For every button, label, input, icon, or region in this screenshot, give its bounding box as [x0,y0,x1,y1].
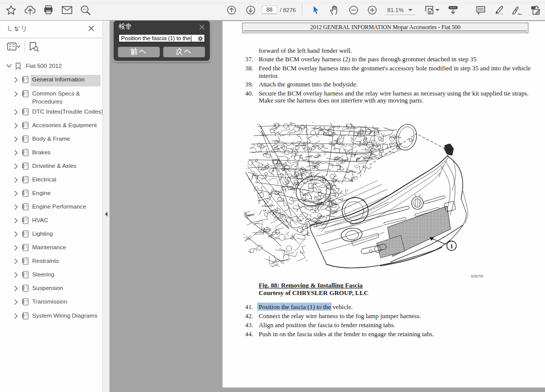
svg-text:1: 1 [450,243,453,250]
svg-text:3191700: 3191700 [471,274,484,278]
